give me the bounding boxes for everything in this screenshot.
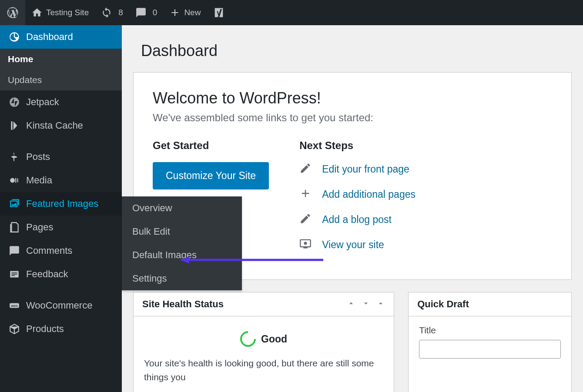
sidebar-item-comments[interactable]: Comments [0,239,122,262]
svg-point-7 [304,242,307,245]
quick-draft-widget: Quick Draft Title [408,292,572,392]
page-title: Dashboard [141,42,572,60]
products-icon [8,323,21,335]
flyout-bulk-edit[interactable]: Bulk Edit [122,220,242,243]
edit-icon [299,162,314,176]
comments-icon [8,245,21,256]
health-status-circle [237,328,259,350]
site-name-link[interactable]: Testing Site [25,0,95,25]
ns-label: Add additional pages [322,189,415,200]
site-health-widget: Site Health Status Good Your site's heal… [133,292,394,392]
move-down-button[interactable] [362,299,370,310]
wordpress-icon [6,6,19,19]
svg-point-0 [10,97,19,107]
sidebar-item-posts[interactable]: Posts [0,145,122,169]
health-text: Your site's health is looking good, but … [144,356,383,384]
sidebar-label: Products [26,323,64,335]
edit-icon [299,213,314,226]
sidebar-label: Dashboard [26,31,73,43]
screen-icon [299,238,314,252]
svg-point-1 [10,178,15,183]
comments-link[interactable]: 0 [129,0,164,25]
admin-sidebar: Dashboard Home Updates Jetpack Kinsta Ca… [0,25,122,392]
toggle-widget-button[interactable] [376,299,385,310]
plus-icon [299,187,314,201]
sidebar-item-products[interactable]: Products [0,317,122,341]
sidebar-label: Feedback [26,269,68,280]
sidebar-label: Posts [26,151,50,163]
flyout-overview[interactable]: Overview [122,196,242,220]
updates-link[interactable]: 8 [95,0,129,25]
sidebar-label: Featured Images [26,198,98,209]
site-name-label: Testing Site [46,8,89,17]
ns-label: Add a blog post [322,214,392,226]
edit-front-page-link[interactable]: Edit your front page [299,162,415,176]
update-count: 8 [118,8,123,17]
draft-title-label: Title [419,325,561,336]
sidebar-item-media[interactable]: Media [0,169,122,192]
svg-text:woo: woo [10,304,18,308]
dashboard-icon [8,31,21,43]
widget-title: Quick Draft [417,299,469,310]
jetpack-icon [8,96,21,108]
feedback-icon [8,269,21,280]
sidebar-label: Jetpack [26,96,59,108]
sidebar-item-pages[interactable]: Pages [0,216,122,239]
refresh-icon [101,7,112,18]
woo-icon: woo [8,300,21,311]
sidebar-item-feedback[interactable]: Feedback [0,262,122,286]
widget-title: Site Health Status [142,299,224,310]
sidebar-item-woocommerce[interactable]: woo WooCommerce [0,294,122,317]
sidebar-label: WooCommerce [26,300,92,311]
sidebar-label: Kinsta Cache [26,120,83,131]
dashboard-submenu: Home Updates [0,49,122,90]
admin-topbar: Testing Site 8 0 New [0,0,583,25]
pin-icon [8,151,21,163]
get-started-heading: Get Started [153,140,269,152]
flyout-default-images[interactable]: Default Images [122,243,242,267]
add-pages-link[interactable]: Add additional pages [299,187,415,201]
pages-icon [8,222,21,233]
next-steps-col: Next Steps Edit your front page Add addi… [299,140,415,263]
sidebar-sub-updates[interactable]: Updates [0,70,122,90]
move-up-button[interactable] [347,299,355,310]
yoast-link[interactable] [207,0,231,25]
new-content-link[interactable]: New [163,0,207,25]
next-steps-heading: Next Steps [299,140,415,152]
sidebar-label: Media [26,175,52,186]
sidebar-sub-home[interactable]: Home [0,49,122,70]
yoast-icon [213,7,225,19]
new-label: New [184,8,201,17]
ns-label: Edit your front page [322,163,409,175]
add-blog-post-link[interactable]: Add a blog post [299,213,415,226]
flyout-settings[interactable]: Settings [122,267,242,290]
ns-label: View your site [322,239,384,251]
view-site-link[interactable]: View your site [299,238,415,252]
health-status-label: Good [261,333,287,345]
featured-images-flyout: Overview Bulk Edit Default Images Settin… [122,196,242,290]
wp-logo[interactable] [0,0,25,25]
sidebar-label: Comments [26,245,72,256]
welcome-subtitle: We've assembled some links to get you st… [153,112,552,124]
kinsta-icon [8,120,21,131]
sidebar-item-featured-images[interactable]: Featured Images [0,192,122,216]
home-icon [31,7,43,18]
sidebar-item-kinsta[interactable]: Kinsta Cache [0,114,122,137]
plus-icon [169,7,181,18]
welcome-title: Welcome to WordPress! [153,89,552,107]
comment-count: 0 [153,8,157,17]
customize-site-button[interactable]: Customize Your Site [153,162,269,189]
sidebar-item-jetpack[interactable]: Jetpack [0,90,122,114]
comment-icon [135,7,147,18]
images-icon [8,198,21,209]
sidebar-label: Pages [26,222,53,233]
sidebar-item-dashboard[interactable]: Dashboard [0,25,122,49]
media-icon [8,175,21,186]
draft-title-input[interactable] [419,340,561,359]
